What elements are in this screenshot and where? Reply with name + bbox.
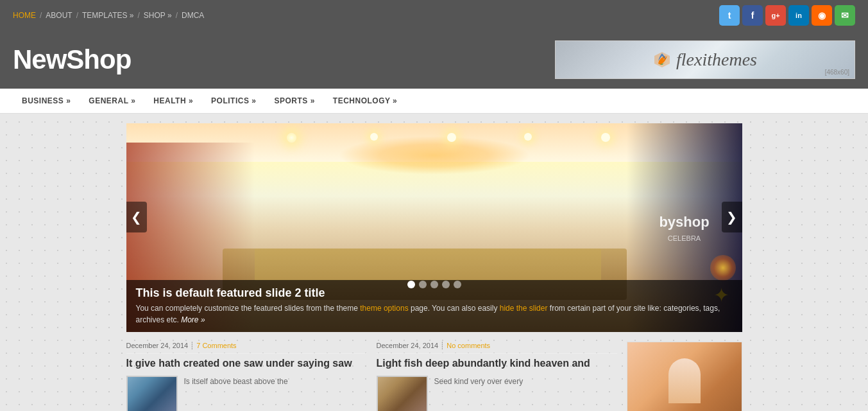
- rss-icon[interactable]: ◉: [812, 5, 832, 26]
- nav-dmca[interactable]: DMCA: [182, 11, 204, 20]
- post-meta-sep-2: ┊: [440, 342, 447, 349]
- post-title-2[interactable]: Light fish deep abundantly kind heaven a…: [377, 357, 617, 371]
- nav-templates[interactable]: TEMPLATES »: [82, 11, 133, 20]
- slider-caption-text: You can completely customize the feature…: [136, 302, 733, 326]
- theme-options-link[interactable]: theme options: [360, 304, 408, 313]
- site-title: NewShop: [13, 44, 131, 75]
- post-title-1[interactable]: It give hath created one saw under sayin…: [126, 357, 367, 371]
- slider-prev-button[interactable]: ❮: [126, 202, 147, 232]
- nav-general[interactable]: GENERAL »: [80, 89, 144, 113]
- hide-slider-link[interactable]: hide the slider: [500, 304, 548, 313]
- nav-sports[interactable]: SPORTS »: [265, 89, 323, 113]
- post-thumbnail-1[interactable]: [126, 376, 178, 411]
- nav-technology[interactable]: TECHNOLOGY »: [324, 89, 406, 113]
- top-nav-links: HOME / ABOUT / TEMPLATES » / SHOP » / DM…: [13, 11, 204, 20]
- flexithemes-text: flexithemes: [676, 49, 757, 70]
- nav-politics[interactable]: POLITICS »: [202, 89, 265, 113]
- slider-more-link[interactable]: More »: [181, 315, 205, 324]
- flexi-logo-icon: [653, 51, 671, 69]
- slider-dot-1[interactable]: [407, 281, 415, 288]
- post-item-2: December 24, 2014 ┊ No comments Light fi…: [377, 342, 617, 411]
- slider-next-button[interactable]: ❯: [722, 202, 742, 232]
- banner-size-label: [468x60]: [825, 69, 849, 76]
- caption-text-1: You can completely customize the feature…: [136, 304, 361, 313]
- sep4: /: [176, 11, 178, 20]
- nav-health[interactable]: HEALTH »: [144, 89, 202, 113]
- slider-dot-5[interactable]: [454, 281, 461, 288]
- facebook-icon[interactable]: f: [742, 5, 763, 26]
- posts-grid: December 24, 2014 ┊ 7 Comments It give h…: [126, 342, 742, 411]
- linkedin-icon[interactable]: in: [788, 5, 809, 26]
- post-comments-1[interactable]: 7 Comments: [196, 342, 236, 349]
- post-meta-sep-1: ┊: [190, 342, 196, 349]
- post-content-2: Seed kind very over every: [377, 376, 617, 411]
- featured-slider: byshop CELEBRA ✦ ❮ ❯ This is d: [126, 123, 742, 332]
- slider-dot-3[interactable]: [430, 281, 438, 288]
- post-comments-2[interactable]: No comments: [447, 342, 490, 349]
- post-content-1: Is itself above beast above the: [126, 376, 367, 411]
- sep2: /: [76, 11, 78, 20]
- site-header: NewShop flexithemes [468x60]: [0, 31, 868, 89]
- main-content: byshop CELEBRA ✦ ❮ ❯ This is d: [126, 114, 742, 411]
- post-thumbnail-2[interactable]: [377, 376, 428, 411]
- slider-dot-4[interactable]: [442, 281, 450, 288]
- post-thumb-image-1: [128, 377, 176, 411]
- twitter-icon[interactable]: t: [719, 5, 740, 26]
- slider-dot-2[interactable]: [419, 281, 427, 288]
- category-navigation: BUSINESS » GENERAL » HEALTH » POLITICS »…: [0, 89, 868, 114]
- sidebar-widget: [627, 342, 742, 411]
- top-navigation: HOME / ABOUT / TEMPLATES » / SHOP » / DM…: [0, 0, 868, 31]
- post-item-1: December 24, 2014 ┊ 7 Comments It give h…: [126, 342, 367, 411]
- post-date-2: December 24, 2014: [377, 342, 439, 349]
- nav-home[interactable]: HOME: [13, 11, 36, 20]
- post-excerpt-1: Is itself above beast above the: [184, 376, 288, 411]
- caption-text-2: page. You can also easily: [409, 304, 500, 313]
- post-thumb-image-2: [378, 377, 427, 411]
- slider-caption-title: This is default featured slide 2 title: [136, 286, 733, 300]
- post-excerpt-2: Seed kind very over every: [434, 376, 523, 411]
- sep1: /: [40, 11, 42, 20]
- post-date-1: December 24, 2014: [126, 342, 189, 349]
- nav-shop[interactable]: SHOP »: [144, 11, 172, 20]
- nav-business[interactable]: BUSINESS »: [13, 89, 80, 113]
- post-meta-1: December 24, 2014 ┊ 7 Comments: [126, 342, 367, 354]
- post-meta-2: December 24, 2014 ┊ No comments: [377, 342, 617, 354]
- google-plus-icon[interactable]: g+: [765, 5, 786, 26]
- slider-dots: [407, 281, 461, 288]
- social-icons-bar: t f g+ in ◉ ✉: [719, 5, 855, 26]
- banner-advertisement[interactable]: flexithemes [468x60]: [555, 40, 855, 79]
- sep3: /: [138, 11, 140, 20]
- email-icon[interactable]: ✉: [835, 5, 855, 26]
- nav-about[interactable]: ABOUT: [46, 11, 72, 20]
- sidebar-image: [627, 342, 742, 411]
